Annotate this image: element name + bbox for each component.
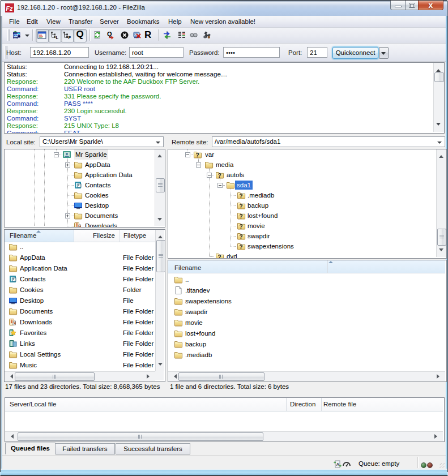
svg-text:Fz: Fz	[6, 5, 13, 12]
